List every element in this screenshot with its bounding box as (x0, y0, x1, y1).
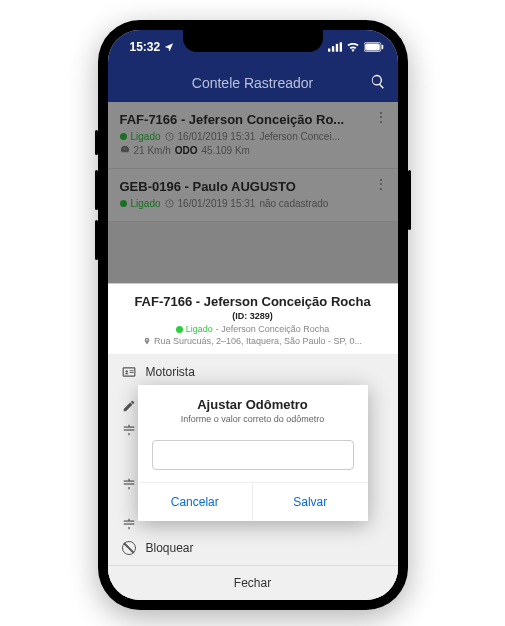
svg-rect-2 (335, 44, 337, 52)
menu-icon (122, 477, 136, 491)
vehicle-title: FAF-7166 - Jeferson Conceição Ro... (120, 112, 386, 127)
adjust-odometer-dialog: Ajustar Odômetro Informe o valor correto… (138, 385, 368, 521)
vehicle-status-row: Ligado 16/01/2019 15:31 Jeferson Concei.… (120, 131, 386, 142)
svg-rect-18 (123, 523, 134, 524)
svg-rect-14 (123, 429, 134, 430)
odometer-input[interactable] (152, 440, 354, 470)
dialog-subtitle: Informe o valor correto do odômetro (152, 414, 354, 424)
sheet-driver: - Jeferson Conceição Rocha (216, 324, 330, 334)
svg-rect-3 (339, 42, 341, 51)
menu-label: Motorista (146, 365, 195, 379)
menu-item-block[interactable]: Bloquear (108, 531, 398, 565)
notch (183, 30, 323, 52)
signal-icon (328, 42, 342, 52)
id-card-icon (122, 365, 136, 379)
sheet-address-row: Rua Surucuás, 2–106, Itaquera, São Paulo… (124, 336, 382, 346)
sheet-state: Ligado (186, 324, 213, 334)
menu-item-driver[interactable]: Motorista (108, 355, 398, 389)
block-icon (122, 541, 136, 555)
vehicle-card[interactable]: FAF-7166 - Jeferson Conceição Ro... ⋮ Li… (108, 102, 398, 169)
vehicle-status-row: Ligado 16/01/2019 15:31 não cadastrado (120, 198, 386, 209)
sheet-title: FAF-7166 - Jeferson Conceição Rocha (124, 294, 382, 309)
vehicle-timestamp: 16/01/2019 15:31 (178, 198, 256, 209)
search-button[interactable] (370, 74, 386, 93)
more-button[interactable]: ⋮ (374, 179, 388, 189)
battery-icon (364, 42, 384, 52)
vehicle-timestamp: 16/01/2019 15:31 (178, 131, 256, 142)
status-dot-icon (120, 200, 127, 207)
svg-rect-5 (365, 44, 380, 51)
location-arrow-icon (164, 42, 174, 52)
more-button[interactable]: ⋮ (374, 112, 388, 122)
side-button (95, 170, 98, 210)
vehicle-odo-row: 21 Km/h ODO 45.109 Km (120, 144, 386, 156)
pin-icon (143, 337, 151, 345)
save-button[interactable]: Salvar (252, 483, 368, 521)
vehicle-state: Ligado (131, 198, 161, 209)
vehicle-state: Ligado (131, 131, 161, 142)
menu-label: Bloquear (146, 541, 194, 555)
status-dot-icon (120, 133, 127, 140)
svg-point-10 (125, 370, 127, 372)
svg-rect-12 (129, 372, 133, 373)
vehicle-driver: Jeferson Concei... (259, 131, 340, 142)
phone-frame: 15:32 Contele Rastreador FAF-7166 - Jefe… (98, 20, 408, 610)
vehicle-speed: 21 Km/h (134, 145, 171, 156)
sheet-status-row: Ligado - Jeferson Conceição Rocha (124, 324, 382, 334)
gauge-icon (120, 144, 130, 156)
side-button (408, 170, 411, 230)
status-time: 15:32 (130, 40, 161, 54)
sheet-id: (ID: 3289) (124, 311, 382, 321)
odo-value: 45.109 Km (202, 145, 250, 156)
side-button (95, 220, 98, 260)
menu-icon (122, 423, 136, 437)
svg-rect-11 (129, 370, 133, 371)
dialog-title: Ajustar Odômetro (152, 397, 354, 412)
sheet-address: Rua Surucuás, 2–106, Itaquera, São Paulo… (154, 336, 362, 346)
clock-icon (165, 199, 174, 208)
pencil-icon (122, 399, 136, 413)
sheet-header: FAF-7166 - Jeferson Conceição Rocha (ID:… (108, 284, 398, 355)
close-button[interactable]: Fechar (108, 565, 398, 600)
app-header: Contele Rastreador (108, 64, 398, 102)
search-icon (370, 74, 386, 90)
wifi-icon (346, 42, 360, 52)
cancel-button[interactable]: Cancelar (138, 483, 253, 521)
clock-icon (165, 132, 174, 141)
screen: 15:32 Contele Rastreador FAF-7166 - Jefe… (108, 30, 398, 600)
status-dot-icon (176, 326, 183, 333)
side-button (95, 130, 98, 155)
odo-label: ODO (175, 145, 198, 156)
svg-rect-0 (328, 49, 330, 52)
svg-rect-16 (123, 483, 134, 484)
svg-rect-1 (331, 46, 333, 51)
app-title: Contele Rastreador (192, 75, 313, 91)
vehicle-driver: não cadastrado (259, 198, 328, 209)
vehicle-list: FAF-7166 - Jeferson Conceição Ro... ⋮ Li… (108, 102, 398, 222)
close-label: Fechar (234, 576, 271, 590)
vehicle-title: GEB-0196 - Paulo AUGUSTO (120, 179, 386, 194)
menu-icon (122, 517, 136, 531)
vehicle-card[interactable]: GEB-0196 - Paulo AUGUSTO ⋮ Ligado 16/01/… (108, 169, 398, 222)
svg-rect-6 (381, 45, 383, 50)
